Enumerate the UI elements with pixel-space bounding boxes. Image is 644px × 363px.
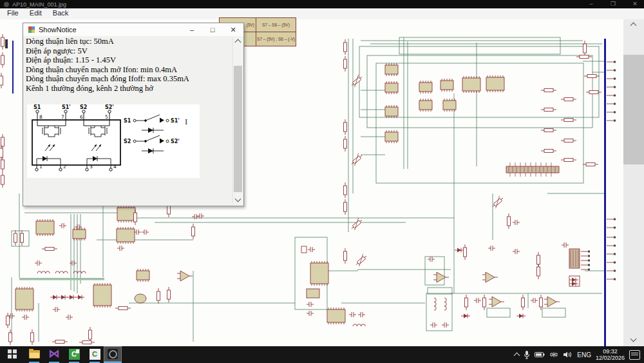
pin-label: S1' (62, 104, 71, 110)
scrollbar-thumb[interactable] (623, 55, 644, 164)
dialog-app-icon (28, 26, 35, 33)
relay-diagram-image: S1 S1' S2 S2' S1 S1' S2 S2' 8 7 6 5 1 2 … (27, 104, 200, 178)
folder-icon (29, 350, 40, 358)
dialog-close-button[interactable]: ✕ (223, 23, 243, 36)
dialog-scrollbar-thumb[interactable] (234, 66, 242, 192)
visual-studio-icon: ⋈ (49, 348, 60, 360)
sheet-edge-mark (5, 39, 8, 48)
taskbar-file-explorer[interactable] (27, 346, 41, 362)
pin-label: S2' (105, 104, 114, 110)
menu-bar: File Edit Back (0, 8, 644, 20)
window-titlebar[interactable]: AP10_MAIN_001.jpg – ❐ ✕ (0, 0, 644, 8)
pin-number: 1 (39, 164, 43, 170)
microphone-icon[interactable] (524, 350, 530, 359)
notice-text-line: Dòng thuận chuyển mạch mở Ifon: min 0.4m… (24, 65, 232, 75)
notification-center-icon[interactable] (629, 350, 640, 360)
dialog-scroll-down-icon[interactable] (235, 196, 242, 202)
switch-label: S1' (171, 118, 180, 124)
system-tray: ENG 09:32 12/02/2026 (515, 346, 644, 363)
taskbar: ⋈ C C ENG 09:32 12/02/2026 (0, 346, 644, 363)
notice-text-line: Dòng thuận liên tục: 50mA (24, 37, 232, 46)
sheet-border-right (604, 39, 606, 363)
scroll-up-icon[interactable] (630, 23, 637, 29)
screen: { "window": { "title": "AP10_MAIN_001.jp… (0, 0, 644, 363)
close-button[interactable]: ✕ (631, 0, 639, 8)
dialog-scrollbar[interactable] (232, 37, 243, 204)
switch-label: S1 (124, 118, 131, 124)
dialog-titlebar[interactable]: ShowNotice – □ ✕ (23, 23, 243, 36)
pin-number: 3 (90, 164, 93, 170)
language-indicator[interactable]: ENG (577, 351, 591, 358)
menu-edit[interactable]: Edit (25, 8, 46, 17)
minimize-button[interactable]: – (587, 0, 595, 8)
window-title: AP10_MAIN_001.jpg (12, 1, 66, 8)
dialog-content: Dòng thuận liên tục: 50mA Điện áp ngược:… (24, 37, 232, 205)
c-app-icon: C (69, 349, 80, 360)
taskbar-image-viewer-active[interactable] (104, 346, 122, 362)
menu-back[interactable]: Back (48, 8, 73, 17)
notice-text-line: Điện áp thuận: 1.15 - 1.45V (24, 55, 232, 65)
taskbar-visual-studio[interactable]: ⋈ (47, 346, 61, 362)
switch-label: S2' (171, 139, 180, 144)
pin-number: 6 (80, 114, 83, 120)
switch-label: S2 (124, 139, 131, 144)
dialog-title: ShowNotice (39, 26, 77, 34)
dialog-minimize-button[interactable]: – (182, 23, 202, 36)
tray-expand-icon[interactable] (514, 353, 520, 359)
text-cursor: I (185, 117, 187, 126)
app-vertical-scrollbar[interactable] (623, 19, 644, 346)
table-cell: S7 – (5V) ; S6 – (-V) (256, 32, 296, 46)
app-icon (4, 2, 9, 7)
relay-diagram: S1 S1' S2 S2' S1 S1' S2 S2' 8 7 6 5 1 2 … (27, 104, 200, 178)
notice-text-line: Kênh 1 thường đóng, kênh 2 thường hở (24, 84, 232, 93)
pin-number: 5 (105, 114, 108, 120)
pin-number: 7 (61, 114, 64, 120)
tray-time: 09:32 (596, 348, 625, 355)
tray-date: 12/02/2026 (596, 355, 625, 362)
clock[interactable]: 09:32 12/02/2026 (596, 348, 625, 362)
speaker-icon[interactable] (563, 351, 573, 358)
audio-out-icon[interactable] (549, 351, 558, 358)
notice-text-line: Dòng thuận chuyển mạch đóng Ifoff: max 0… (24, 74, 232, 84)
pin-number: 2 (63, 164, 66, 170)
shownotice-dialog: ShowNotice – □ ✕ Dòng thuận liên tục: 50… (23, 23, 244, 206)
dialog-scroll-up-icon[interactable] (235, 39, 242, 46)
table-cell: S7 – S6 – (5V) (256, 18, 296, 32)
dialog-maximize-button[interactable]: □ (202, 23, 223, 36)
menu-file[interactable]: File (3, 8, 23, 17)
pin-number: 4 (113, 164, 117, 170)
windows-logo-icon (8, 349, 17, 358)
taskbar-app-c-white[interactable]: C (88, 346, 102, 362)
taskbar-app-c-green[interactable]: C (67, 346, 81, 362)
c-app-icon: C (90, 349, 100, 360)
viewer-app-icon (108, 349, 118, 359)
maximize-button[interactable]: ❐ (609, 0, 617, 8)
pin-number: 8 (39, 114, 43, 120)
sheet-border-left (12, 41, 14, 93)
pin-label: S1 (33, 104, 41, 110)
pin-label: S2 (80, 104, 87, 110)
notice-text-line: Điện áp ngược: 5V (24, 46, 232, 56)
scroll-down-icon[interactable] (630, 336, 637, 342)
battery-icon[interactable] (535, 351, 545, 358)
start-button[interactable] (5, 346, 19, 362)
